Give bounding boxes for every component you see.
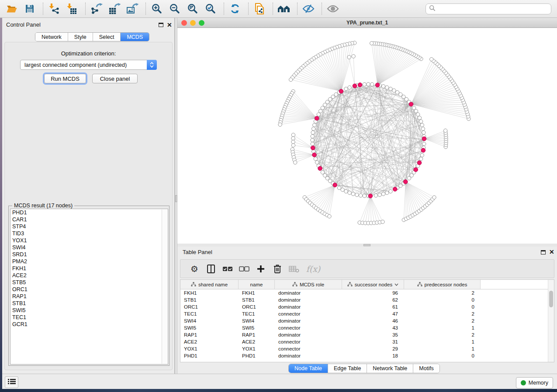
tab-node-table[interactable]: Node Table [289, 364, 328, 373]
table-row[interactable]: RAP1RAP1dominator352 [180, 331, 554, 338]
mcds-result-item[interactable]: SRD1 [10, 251, 168, 258]
network-canvas[interactable] [177, 28, 557, 244]
tab-select[interactable]: Select [93, 33, 121, 41]
hide-selected-icon[interactable] [302, 2, 315, 15]
export-table-icon[interactable] [108, 2, 121, 15]
mcds-result-item[interactable]: TID3 [10, 230, 168, 237]
zoom-in-icon[interactable] [150, 2, 163, 15]
column-header-successor-nodes[interactable]: successor nodes [342, 280, 404, 289]
float-panel-icon[interactable] [159, 23, 163, 27]
deselect-all-icon[interactable] [238, 263, 250, 275]
mcds-result-item[interactable]: ORC1 [10, 286, 168, 293]
mcds-hub-node[interactable] [315, 116, 319, 120]
column-header-name[interactable]: name [239, 280, 275, 289]
optimization-criterion-select[interactable]: largest connected component (undirected) [20, 60, 157, 70]
save-icon[interactable] [23, 2, 36, 15]
table-row[interactable]: SWI5SWI5connector431 [180, 324, 554, 331]
mcds-result-item[interactable]: PMA2 [10, 258, 168, 265]
tab-edge-table[interactable]: Edge Table [328, 364, 367, 373]
close-panel-button[interactable]: Close panel [92, 74, 138, 83]
mcds-hub-node[interactable] [318, 166, 322, 171]
mcds-result-item[interactable]: FKH1 [10, 265, 168, 272]
window-zoom-button[interactable] [199, 20, 204, 26]
table-row[interactable]: ORC1ORC1dominator610 [180, 303, 554, 310]
tab-style[interactable]: Style [68, 33, 93, 41]
tab-network-table[interactable]: Network Table [367, 364, 413, 373]
show-panel-list-button[interactable] [5, 376, 18, 388]
tab-network[interactable]: Network [35, 33, 68, 41]
memory-button[interactable]: Memory [516, 377, 553, 389]
mcds-result-item[interactable]: ACE2 [10, 272, 168, 279]
export-network-icon[interactable] [90, 2, 103, 15]
mcds-result-item[interactable]: GCR1 [10, 321, 168, 328]
column-header-shared-name[interactable]: shared name [180, 280, 239, 289]
window-close-button[interactable] [181, 20, 187, 26]
mcds-hub-node[interactable] [414, 168, 418, 172]
mcds-result-item[interactable]: PHD1 [10, 209, 168, 216]
mcds-result-item[interactable]: SWI5 [10, 307, 168, 314]
scrollbar-thumb[interactable] [549, 291, 553, 307]
network-window-titlebar[interactable]: YPA_prune.txt_1 [177, 18, 557, 28]
horizontal-splitter[interactable] [177, 244, 557, 247]
mcds-result-list[interactable]: PHD1CAR1STP4TID3YOX1SWI4SRD1PMA2FKH1ACE2… [10, 209, 168, 364]
import-network-icon[interactable] [48, 2, 61, 15]
table-row[interactable]: TEC1TEC1connector472 [180, 310, 554, 317]
open-file-icon[interactable] [5, 2, 18, 15]
add-column-icon[interactable] [255, 263, 267, 275]
mcds-result-item[interactable]: YOX1 [10, 237, 168, 244]
mcds-result-item[interactable]: TEC1 [10, 314, 168, 321]
tab-motifs[interactable]: Motifs [413, 364, 439, 373]
tab-mcds[interactable]: MCDS [121, 33, 149, 41]
mcds-hub-node[interactable] [421, 148, 426, 153]
table-row[interactable]: ACE2ACE2connector311 [180, 338, 554, 345]
table-row[interactable]: YOX1YOX1connector291 [180, 345, 554, 352]
mcds-list-scrollbar[interactable] [162, 210, 167, 364]
mcds-hub-node[interactable] [393, 187, 397, 192]
mcds-hub-node[interactable] [339, 89, 343, 93]
delete-columns-icon[interactable] [271, 263, 284, 275]
table-scrollbar[interactable] [548, 280, 554, 362]
mcds-hub-node[interactable] [333, 183, 337, 187]
mcds-result-item[interactable]: SWI4 [10, 244, 168, 251]
mcds-hub-node[interactable] [312, 153, 317, 157]
mcds-hub-node[interactable] [353, 84, 357, 88]
window-minimize-button[interactable] [190, 20, 196, 26]
mcds-result-item[interactable]: CAR1 [10, 216, 168, 223]
run-mcds-button[interactable]: Run MCDS [44, 74, 86, 83]
mcds-result-item[interactable]: STP4 [10, 223, 168, 230]
refresh-icon[interactable] [228, 2, 242, 15]
import-table-icon[interactable] [66, 2, 79, 15]
zoom-selected-icon[interactable] [204, 2, 217, 15]
zoom-fit-icon[interactable] [186, 2, 199, 15]
export-image-icon[interactable] [126, 2, 139, 15]
mcds-hub-node[interactable] [417, 161, 422, 165]
table-settings-icon[interactable]: ⚙ [188, 263, 201, 275]
mcds-result-item[interactable]: STB1 [10, 300, 168, 307]
float-panel-icon[interactable] [541, 250, 546, 254]
close-panel-icon[interactable]: ✕ [549, 249, 554, 254]
table-row[interactable]: PHD1PHD1dominator180 [180, 352, 554, 359]
table-row[interactable]: FKH1FKH1dominator962 [180, 289, 554, 296]
mcds-hub-node[interactable] [375, 83, 380, 87]
column-header-predecessor-nodes[interactable]: predecessor nodes [404, 280, 481, 289]
search-field[interactable] [426, 3, 551, 14]
mcds-hub-node[interactable] [409, 102, 413, 107]
mcds-result-item[interactable]: RAP1 [10, 293, 168, 300]
mcds-hub-node[interactable] [368, 194, 373, 198]
table-mode-icon[interactable] [205, 263, 217, 275]
table-row[interactable]: STB1STB1dominator620 [180, 296, 554, 303]
mcds-hub-node[interactable] [422, 137, 426, 141]
mcds-hub-node[interactable] [404, 180, 408, 184]
first-neighbors-icon[interactable] [277, 2, 291, 15]
mcds-hub-node[interactable] [358, 83, 362, 87]
table-row[interactable]: SWI4SWI4dominator462 [180, 317, 554, 324]
zoom-out-icon[interactable] [168, 2, 181, 15]
select-all-icon[interactable] [221, 263, 234, 275]
mcds-hub-node[interactable] [311, 146, 315, 150]
show-all-icon[interactable] [326, 2, 339, 15]
new-network-from-selection-icon[interactable] [253, 2, 266, 15]
close-panel-icon[interactable]: ✕ [167, 22, 172, 28]
mcds-result-item[interactable]: STB5 [10, 279, 168, 286]
splitter-grip[interactable] [363, 244, 370, 246]
search-input[interactable] [436, 6, 551, 12]
